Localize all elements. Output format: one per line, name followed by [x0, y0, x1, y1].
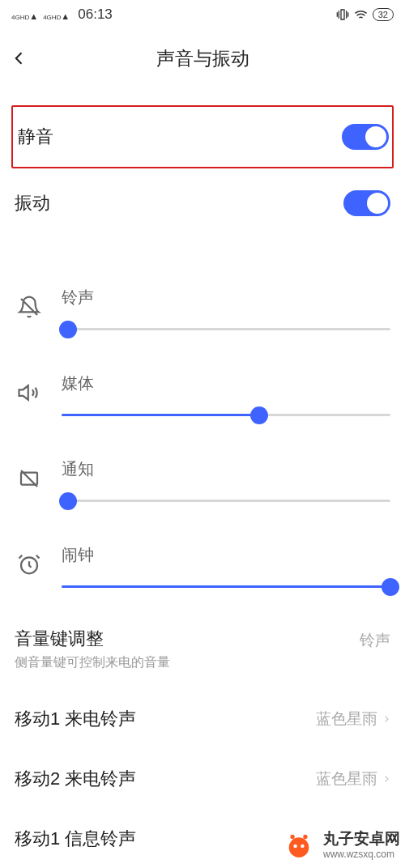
watermark-url: www.wzsxq.com [323, 849, 400, 860]
sim2-ringtone-row[interactable]: 移动2 来电铃声 蓝色星雨 [0, 749, 405, 809]
alarm-slider-label: 闹钟 [62, 544, 390, 566]
vibrate-label: 振动 [15, 191, 50, 215]
battery-indicator: 32 [373, 8, 394, 21]
vibrate-toggle[interactable] [343, 190, 390, 216]
ringtone-slider-label: 铃声 [62, 287, 390, 308]
signal-1-icon: 4GHD▲ [11, 8, 38, 22]
mute-label: 静音 [16, 125, 53, 149]
svg-point-4 [289, 837, 309, 857]
status-bar: 4GHD▲ 4GHD▲ 06:13 32 [0, 0, 405, 29]
sim1-ringtone-label: 移动1 来电铃声 [15, 707, 136, 731]
mute-toggle[interactable] [342, 124, 389, 150]
sim1-message-label: 移动1 信息铃声 [15, 827, 136, 851]
sim2-ringtone-label: 移动2 来电铃声 [15, 767, 136, 791]
notification-slider-label: 通知 [62, 458, 390, 480]
notification-slider-row: 通知 [15, 437, 390, 523]
vibrate-row: 振动 [15, 173, 390, 233]
sim1-ringtone-row[interactable]: 移动1 来电铃声 蓝色星雨 [0, 689, 405, 749]
ringtone-slider[interactable] [62, 328, 390, 330]
svg-point-6 [301, 845, 304, 848]
wifi-icon [354, 8, 368, 22]
volume-key-subtitle: 侧音量键可控制来电的音量 [15, 654, 170, 671]
svg-point-8 [303, 835, 307, 839]
vibrate-icon [336, 8, 349, 21]
volume-sliders: 铃声 媒体 通知 [0, 266, 405, 609]
alarm-clock-icon [15, 544, 44, 585]
svg-point-7 [290, 835, 294, 839]
volume-key-value: 铃声 [360, 630, 390, 651]
svg-point-5 [293, 845, 296, 848]
speaker-icon [15, 372, 44, 413]
notification-mute-icon [15, 458, 44, 499]
status-time: 06:13 [78, 6, 113, 23]
signal-2-icon: 4GHD▲ [43, 8, 70, 22]
mute-row-highlight: 静音 [11, 105, 394, 168]
notification-slider[interactable] [62, 500, 390, 502]
svg-marker-0 [19, 385, 28, 400]
alarm-slider[interactable] [62, 585, 390, 588]
volume-key-row[interactable]: 音量键调整 侧音量键可控制来电的音量 铃声 [0, 609, 405, 689]
media-slider-row: 媒体 [15, 351, 390, 437]
watermark: 丸子安卓网 www.wzsxq.com [281, 828, 400, 863]
media-slider-label: 媒体 [62, 372, 390, 394]
watermark-name: 丸子安卓网 [323, 830, 400, 849]
media-slider[interactable] [62, 414, 390, 416]
sim1-ringtone-value: 蓝色星雨 [316, 708, 377, 730]
nav-bar: 声音与振动 [0, 36, 405, 81]
bell-off-icon [15, 287, 44, 327]
alarm-slider-row: 闹钟 [15, 523, 390, 609]
chevron-right-icon [382, 772, 390, 785]
page-title: 声音与振动 [156, 46, 249, 71]
sim2-ringtone-value: 蓝色星雨 [316, 768, 377, 789]
back-button[interactable] [11, 50, 28, 66]
ringtone-slider-row: 铃声 [15, 266, 390, 351]
mute-row: 静音 [16, 107, 389, 167]
watermark-logo-icon [281, 828, 317, 863]
volume-key-label: 音量键调整 [15, 627, 170, 651]
chevron-right-icon [382, 713, 390, 725]
